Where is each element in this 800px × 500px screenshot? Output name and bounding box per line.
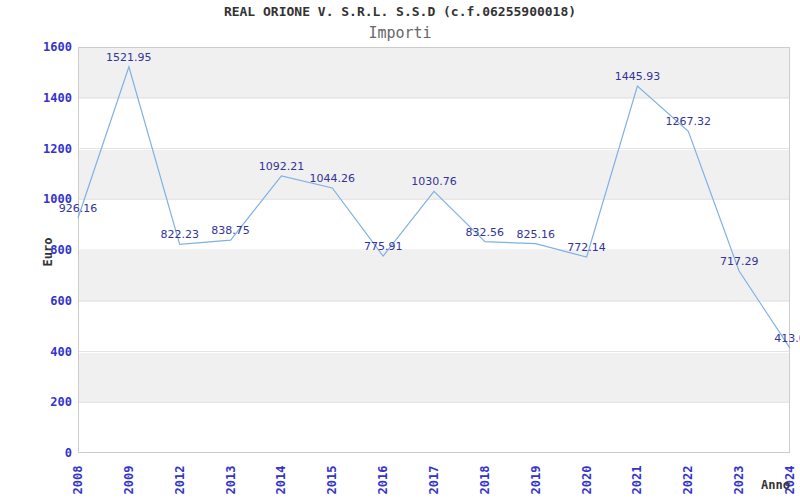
data-point-label: 1521.95 <box>99 51 159 64</box>
data-point-label: 772.14 <box>557 241 617 254</box>
x-tick-label: 2017 <box>427 460 441 500</box>
y-tick-label: 800 <box>2 243 72 257</box>
y-tick-label: 600 <box>2 294 72 308</box>
x-tick-label: 2012 <box>173 460 187 500</box>
y-tick-label: 1200 <box>2 142 72 156</box>
x-tick-label: 2019 <box>529 460 543 500</box>
data-point-label: 838.75 <box>201 224 261 237</box>
x-tick-label: 2018 <box>478 460 492 500</box>
gridlines <box>79 98 789 403</box>
x-tick-label: 2009 <box>122 460 136 500</box>
y-axis-title: Euro <box>41 222 55 282</box>
x-tick-label: 2014 <box>274 460 288 500</box>
x-tick-label: 2022 <box>681 460 695 500</box>
data-point-label: 1044.26 <box>302 172 362 185</box>
y-tick-label: 1600 <box>2 40 72 54</box>
x-tick-label: 2016 <box>376 460 390 500</box>
data-point-label: 1267.32 <box>658 115 718 128</box>
data-point-label: 775.91 <box>353 240 413 253</box>
y-tick-label: 1400 <box>2 91 72 105</box>
x-axis-title: Anno <box>730 478 790 492</box>
x-tick-label: 2013 <box>224 460 238 500</box>
y-tick-label: 400 <box>2 345 72 359</box>
x-tick-label: 2020 <box>580 460 594 500</box>
x-tick-label: 2015 <box>325 460 339 500</box>
data-point-label: 1092.21 <box>251 160 311 173</box>
data-point-label: 717.29 <box>709 255 769 268</box>
chart-container: REAL ORIONE V. S.R.L. S.S.D (c.f.0625590… <box>0 0 800 500</box>
data-point-label: 413.0 <box>760 332 800 345</box>
x-tick-label: 2021 <box>630 460 644 500</box>
y-tick-label: 200 <box>2 395 72 409</box>
data-point-label: 1030.76 <box>404 175 464 188</box>
y-tick-label: 0 <box>2 446 72 460</box>
x-tick-label: 2008 <box>71 460 85 500</box>
data-point-label: 926.16 <box>48 202 108 215</box>
line-series <box>78 67 790 348</box>
data-point-label: 1445.93 <box>607 70 667 83</box>
data-point-label: 825.16 <box>506 228 566 241</box>
